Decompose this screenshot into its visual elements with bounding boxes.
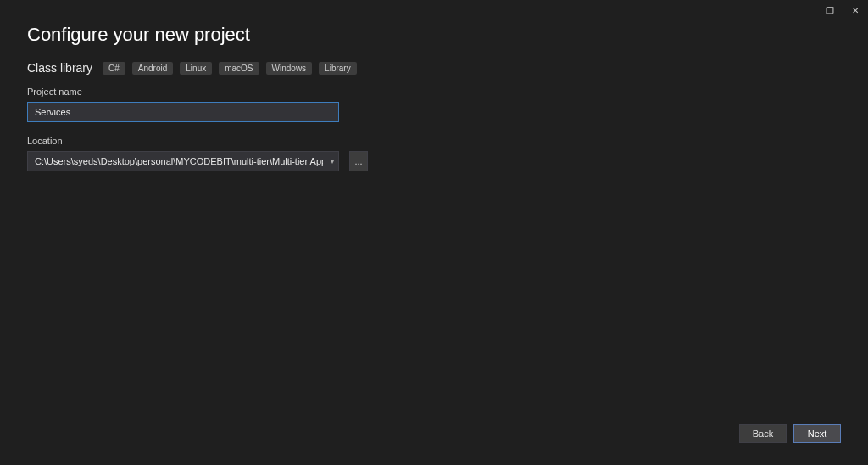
location-row: ▾ ... (27, 151, 841, 171)
location-input[interactable] (27, 151, 339, 171)
footer-buttons: Back Next (739, 424, 841, 443)
template-tag: Linux (180, 62, 212, 75)
page-title: Configure your new project (27, 24, 841, 46)
browse-button[interactable]: ... (349, 151, 368, 171)
template-tag: C# (103, 62, 125, 75)
template-name: Class library (27, 61, 92, 75)
template-tag: Library (319, 62, 357, 75)
location-label: Location (27, 136, 841, 146)
location-combo-wrap: ▾ (27, 151, 339, 171)
close-icon[interactable]: ✕ (843, 2, 868, 19)
template-info-row: Class library C# Android Linux macOS Win… (27, 61, 841, 75)
maximize-icon[interactable]: ❐ (817, 2, 843, 19)
next-button[interactable]: Next (793, 424, 841, 443)
template-tag: macOS (219, 62, 259, 75)
project-name-label: Project name (27, 87, 841, 97)
titlebar: ❐ ✕ (817, 0, 868, 20)
template-tag: Windows (266, 62, 313, 75)
template-tag: Android (132, 62, 173, 75)
main-content: Configure your new project Class library… (0, 0, 868, 171)
back-button[interactable]: Back (739, 424, 787, 443)
project-name-input[interactable] (27, 102, 339, 122)
